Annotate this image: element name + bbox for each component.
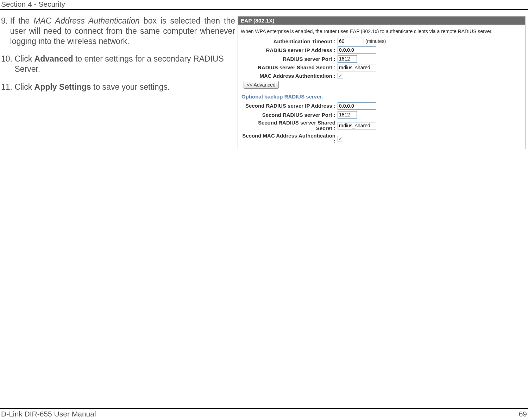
step-9-pre: If the (10, 16, 34, 25)
step-11: 11. Click Apply Settings to save your se… (1, 82, 235, 92)
advanced-button[interactable]: << Advanced (244, 81, 279, 89)
step-11-bold: Apply Settings (34, 82, 91, 91)
footer-manual-title: D-Link DIR-655 User Manual (1, 410, 96, 418)
label-second-secret: Second RADIUS server Shared Secret : (241, 120, 338, 132)
input-second-secret[interactable] (338, 122, 376, 129)
label-radius-ip: RADIUS server IP Address : (241, 47, 338, 53)
header-rule (0, 9, 528, 10)
label-second-mac: Second MAC Address Authentication : (241, 133, 338, 145)
step-10: 10. Click Advanced to enter settings for… (1, 54, 235, 74)
label-second-ip: Second RADIUS server IP Address : (241, 103, 338, 109)
step-9: 9. If the MAC Address Authentication box… (1, 16, 235, 46)
instruction-content: 9. If the MAC Address Authentication box… (1, 16, 235, 100)
label-mac-auth: MAC Address Authentication : (241, 73, 338, 79)
row-radius-ip: RADIUS server IP Address : (241, 46, 522, 54)
label-radius-port: RADIUS server Port : (241, 56, 338, 62)
row-radius-secret: RADIUS server Shared Secret : (241, 64, 522, 71)
label-auth-timeout: Authentication Timeout : (241, 38, 338, 44)
step-11-body: Click Apply Settings to save your settin… (14, 82, 235, 92)
step-10-num: 10. (1, 54, 14, 74)
input-second-ip[interactable] (338, 102, 376, 110)
step-11-num: 11. (1, 82, 14, 92)
checkbox-mac-auth[interactable]: ✓ (338, 73, 343, 78)
label-second-port: Second RADIUS server Port : (241, 112, 338, 118)
row-auth-timeout: Authentication Timeout : (minutes) (241, 38, 522, 45)
eap-panel-body: When WPA enterprise is enabled, the rout… (238, 25, 525, 149)
row-second-mac: Second MAC Address Authentication : ✓ (241, 133, 522, 145)
step-11-post: to save your settings. (91, 82, 170, 91)
step-9-italic: MAC Address Authentication (33, 16, 140, 25)
row-second-secret: Second RADIUS server Shared Secret : (241, 120, 522, 132)
input-radius-port[interactable] (338, 55, 357, 63)
step-9-body: If the MAC Address Authentication box is… (10, 16, 235, 46)
eap-panel: EAP (802.1X) When WPA enterprise is enab… (238, 16, 526, 149)
row-second-ip: Second RADIUS server IP Address : (241, 102, 522, 110)
unit-auth-timeout: (minutes) (365, 38, 386, 44)
input-second-port[interactable] (338, 111, 357, 119)
step-10-body: Click Advanced to enter settings for a s… (14, 54, 235, 74)
row-mac-auth: MAC Address Authentication : ✓ (241, 73, 522, 79)
section-header: Section 4 - Security (1, 0, 65, 8)
step-10-bold: Advanced (34, 54, 73, 63)
input-radius-ip[interactable] (338, 46, 376, 54)
checkbox-second-mac[interactable]: ✓ (338, 136, 343, 141)
backup-header: Optional backup RADIUS server: (241, 94, 522, 100)
eap-panel-desc: When WPA enterprise is enabled, the rout… (241, 28, 522, 35)
step-10-pre: Click (14, 54, 34, 63)
step-9-num: 9. (1, 16, 10, 46)
label-radius-secret: RADIUS server Shared Secret : (241, 65, 338, 71)
eap-panel-title: EAP (802.1X) (238, 17, 525, 25)
row-second-port: Second RADIUS server Port : (241, 111, 522, 119)
input-auth-timeout[interactable] (338, 38, 364, 45)
input-radius-secret[interactable] (338, 64, 376, 71)
footer-rule (0, 408, 528, 409)
step-11-pre: Click (14, 82, 34, 91)
footer-page-number: 69 (519, 410, 527, 418)
row-radius-port: RADIUS server Port : (241, 55, 522, 63)
